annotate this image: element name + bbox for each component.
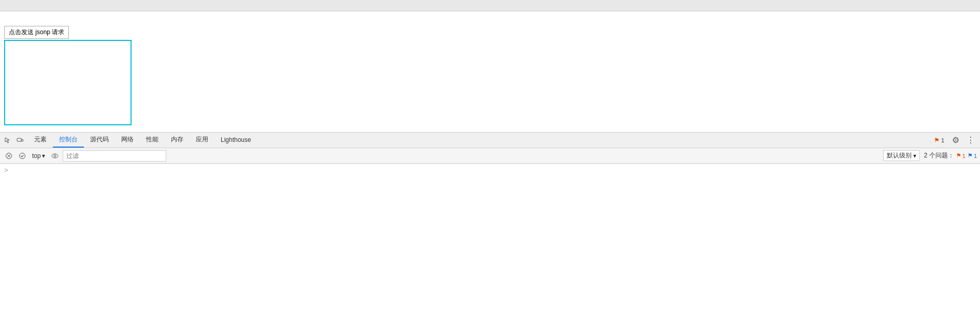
devtools-tab-bar: 元素 控制台 源代码 网络 性能 内存 应用 Lighthouse ⚑ 1 ⚙ … bbox=[0, 133, 980, 148]
prompt-arrow-icon: > bbox=[4, 166, 8, 174]
console-toolbar: top ▾ 默认级别 ▾ 2 个问题： ⚑ 1 ⚑ bbox=[0, 148, 980, 164]
clear-console-button[interactable] bbox=[3, 150, 15, 162]
issues-blue-badge: ⚑ 1 bbox=[968, 152, 977, 159]
console-right: 默认级别 ▾ 2 个问题： ⚑ 1 ⚑ 1 bbox=[883, 150, 977, 161]
tab-memory[interactable]: 内存 bbox=[165, 133, 190, 148]
tab-performance[interactable]: 性能 bbox=[140, 133, 165, 148]
blue-count: 1 bbox=[974, 153, 977, 159]
devtools-left-icons bbox=[0, 133, 28, 148]
tab-sources[interactable]: 源代码 bbox=[84, 133, 115, 148]
devtools-panel: 元素 控制台 源代码 网络 性能 内存 应用 Lighthouse ⚑ 1 ⚙ … bbox=[0, 133, 980, 319]
tab-network[interactable]: 网络 bbox=[115, 133, 140, 148]
blue-flag-icon: ⚑ bbox=[968, 152, 973, 159]
issues-orange-badge: ⚑ 1 bbox=[956, 152, 965, 159]
tab-console[interactable]: 控制台 bbox=[53, 133, 84, 148]
issues-text: 2 个问题： bbox=[924, 151, 954, 160]
context-dropdown-arrow: ▾ bbox=[42, 152, 45, 160]
svg-point-3 bbox=[20, 153, 25, 158]
inspect-element-icon[interactable] bbox=[3, 136, 12, 145]
device-toggle-icon[interactable] bbox=[16, 136, 25, 145]
svg-point-5 bbox=[54, 155, 56, 157]
default-level-label: 默认级别 bbox=[887, 151, 912, 160]
orange-count: 1 bbox=[962, 153, 965, 159]
flag-badge[interactable]: ⚑ 1 bbox=[931, 136, 947, 144]
eye-icon-button[interactable] bbox=[49, 150, 61, 162]
tab-application[interactable]: 应用 bbox=[190, 133, 214, 148]
orange-flag-icon: ⚑ bbox=[956, 152, 961, 159]
tab-items: 元素 控制台 源代码 网络 性能 内存 应用 Lighthouse bbox=[28, 133, 928, 148]
preserve-log-button[interactable] bbox=[17, 150, 28, 162]
default-level-selector[interactable]: 默认级别 ▾ bbox=[883, 150, 920, 161]
jsonp-send-button[interactable]: 点击发送 jsonp 请求 bbox=[4, 26, 69, 39]
webpage-area: 点击发送 jsonp 请求 bbox=[0, 11, 980, 133]
default-level-arrow: ▾ bbox=[913, 152, 916, 160]
content-box bbox=[4, 40, 132, 125]
svg-rect-1 bbox=[22, 139, 23, 141]
issues-badge: 2 个问题： ⚑ 1 ⚑ 1 bbox=[924, 151, 977, 160]
context-selector[interactable]: top ▾ bbox=[30, 152, 47, 160]
devtools-right-icons: ⚑ 1 ⚙ ⋮ bbox=[928, 133, 980, 148]
flag-orange-icon: ⚑ bbox=[934, 137, 940, 144]
flag-count: 1 bbox=[941, 137, 944, 143]
svg-point-4 bbox=[52, 154, 58, 158]
console-content[interactable]: > bbox=[0, 164, 980, 319]
filter-input[interactable] bbox=[63, 150, 166, 162]
svg-rect-0 bbox=[17, 138, 21, 141]
more-options-icon[interactable]: ⋮ bbox=[964, 135, 977, 145]
console-prompt-row: > bbox=[0, 164, 980, 176]
settings-icon[interactable]: ⚙ bbox=[950, 135, 961, 145]
tab-lighthouse[interactable]: Lighthouse bbox=[214, 133, 257, 148]
tab-elements[interactable]: 元素 bbox=[28, 133, 53, 148]
browser-top-bar bbox=[0, 0, 980, 11]
context-label: top bbox=[32, 152, 41, 160]
